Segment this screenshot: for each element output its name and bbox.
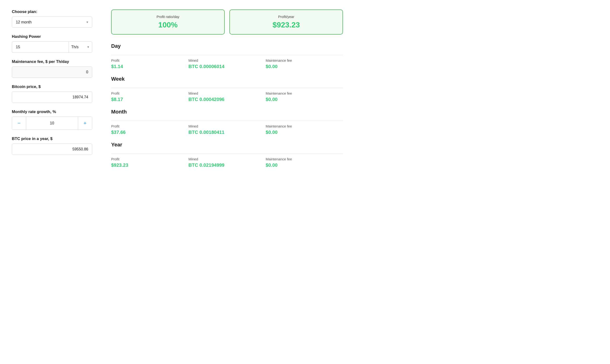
period-fee-value-month: $0.00: [266, 130, 343, 135]
period-profit-col-year: Profit $923.23: [111, 157, 189, 168]
period-section-day: Day Profit $1.14 Mined BTC 0.00006014 Ma…: [111, 43, 343, 69]
period-mined-label-week: Mined: [189, 91, 266, 95]
main-layout: Choose plan: 12 month 6 month 3 month 1 …: [12, 10, 343, 175]
plan-label: Choose plan:: [12, 10, 92, 14]
period-section-month: Month Profit $37.66 Mined BTC 0.00180411…: [111, 109, 343, 135]
period-mined-value-week: BTC 0.00042096: [189, 97, 266, 102]
period-fee-value-day: $0.00: [266, 64, 343, 69]
period-fee-label-day: Maintenance fee: [266, 58, 343, 63]
maintenance-input[interactable]: [12, 66, 92, 78]
period-fee-label-month: Maintenance fee: [266, 124, 343, 128]
btc-year-input[interactable]: [12, 143, 92, 155]
period-fee-value-year: $0.00: [266, 162, 343, 168]
period-profit-value-year: $923.23: [111, 162, 189, 168]
period-title-week: Week: [111, 76, 343, 84]
period-data-row-month: Profit $37.66 Mined BTC 0.00180411 Maint…: [111, 124, 343, 135]
hashing-row: Th/s Ph/s Gh/s ▼: [12, 41, 92, 53]
btc-price-label: Bitcoin price, $: [12, 84, 92, 89]
period-mined-label-day: Mined: [189, 58, 266, 63]
period-divider-week: [111, 88, 343, 88]
profit-ratio-subtitle: Profit ratio/day: [119, 15, 217, 19]
unit-select[interactable]: Th/s Ph/s Gh/s: [69, 42, 92, 52]
btc-price-group: Bitcoin price, $: [12, 84, 92, 103]
btc-year-group: BTC price in a year, $: [12, 136, 92, 155]
period-section-year: Year Profit $923.23 Mined BTC 0.02194999…: [111, 142, 343, 168]
summary-cards: Profit ratio/day 100% Profit/year $923.2…: [111, 10, 343, 35]
period-mined-col-year: Mined BTC 0.02194999: [189, 157, 266, 168]
period-mined-value-year: BTC 0.02194999: [189, 162, 266, 168]
period-profit-value-week: $8.17: [111, 97, 189, 102]
profit-year-card: Profit/year $923.23: [229, 10, 343, 35]
period-profit-value-month: $37.66: [111, 130, 189, 135]
period-divider-month: [111, 121, 343, 121]
plan-group: Choose plan: 12 month 6 month 3 month 1 …: [12, 10, 92, 28]
period-fee-col-month: Maintenance fee $0.00: [266, 124, 343, 135]
monthly-rate-label: Monthly rate growth, %: [12, 109, 92, 114]
period-profit-label-day: Profit: [111, 58, 189, 63]
profit-ratio-value: 100%: [119, 21, 217, 29]
stepper-row: − +: [12, 117, 92, 130]
periods-container: Day Profit $1.14 Mined BTC 0.00006014 Ma…: [111, 43, 343, 168]
period-section-week: Week Profit $8.17 Mined BTC 0.00042096 M…: [111, 76, 343, 102]
period-fee-label-week: Maintenance fee: [266, 91, 343, 95]
period-mined-value-month: BTC 0.00180411: [189, 130, 266, 135]
period-mined-col-month: Mined BTC 0.00180411: [189, 124, 266, 135]
period-mined-col-day: Mined BTC 0.00006014: [189, 58, 266, 69]
period-fee-label-year: Maintenance fee: [266, 157, 343, 161]
period-divider-day: [111, 55, 343, 55]
period-profit-col-month: Profit $37.66: [111, 124, 189, 135]
period-profit-col-day: Profit $1.14: [111, 58, 189, 69]
plan-select-wrapper: 12 month 6 month 3 month 1 month ▼: [12, 16, 92, 28]
profit-year-subtitle: Profit/year: [237, 15, 335, 19]
plan-select[interactable]: 12 month 6 month 3 month 1 month: [12, 17, 92, 27]
period-profit-value-day: $1.14: [111, 64, 189, 69]
period-profit-label-year: Profit: [111, 157, 189, 161]
period-mined-label-year: Mined: [189, 157, 266, 161]
period-mined-value-day: BTC 0.00006014: [189, 64, 266, 69]
decrement-button[interactable]: −: [12, 117, 26, 130]
profit-ratio-card: Profit ratio/day 100%: [111, 10, 225, 35]
hashing-group: Hashing Power Th/s Ph/s Gh/s ▼: [12, 34, 92, 53]
left-panel: Choose plan: 12 month 6 month 3 month 1 …: [12, 10, 92, 175]
period-profit-label-month: Profit: [111, 124, 189, 128]
monthly-rate-group: Monthly rate growth, % − +: [12, 109, 92, 130]
period-mined-label-month: Mined: [189, 124, 266, 128]
period-profit-label-week: Profit: [111, 91, 189, 95]
btc-price-input[interactable]: [12, 91, 92, 103]
maintenance-group: Maintenance fee, $ per Th/day: [12, 59, 92, 78]
period-data-row-day: Profit $1.14 Mined BTC 0.00006014 Mainte…: [111, 58, 343, 69]
period-data-row-week: Profit $8.17 Mined BTC 0.00042096 Mainte…: [111, 91, 343, 102]
period-fee-col-day: Maintenance fee $0.00: [266, 58, 343, 69]
period-data-row-year: Profit $923.23 Mined BTC 0.02194999 Main…: [111, 157, 343, 168]
hashing-input[interactable]: [12, 41, 69, 53]
unit-select-wrapper: Th/s Ph/s Gh/s ▼: [69, 41, 92, 53]
increment-button[interactable]: +: [78, 117, 92, 130]
period-fee-col-week: Maintenance fee $0.00: [266, 91, 343, 102]
period-fee-col-year: Maintenance fee $0.00: [266, 157, 343, 168]
period-title-month: Month: [111, 109, 343, 117]
btc-year-label: BTC price in a year, $: [12, 136, 92, 141]
period-mined-col-week: Mined BTC 0.00042096: [189, 91, 266, 102]
right-panel: Profit ratio/day 100% Profit/year $923.2…: [111, 10, 343, 175]
hashing-label: Hashing Power: [12, 34, 92, 39]
period-profit-col-week: Profit $8.17: [111, 91, 189, 102]
period-title-day: Day: [111, 43, 343, 52]
monthly-rate-input[interactable]: [26, 117, 78, 130]
period-divider-year: [111, 154, 343, 154]
period-fee-value-week: $0.00: [266, 97, 343, 102]
profit-year-value: $923.23: [237, 21, 335, 29]
maintenance-label: Maintenance fee, $ per Th/day: [12, 59, 92, 64]
period-title-year: Year: [111, 142, 343, 150]
